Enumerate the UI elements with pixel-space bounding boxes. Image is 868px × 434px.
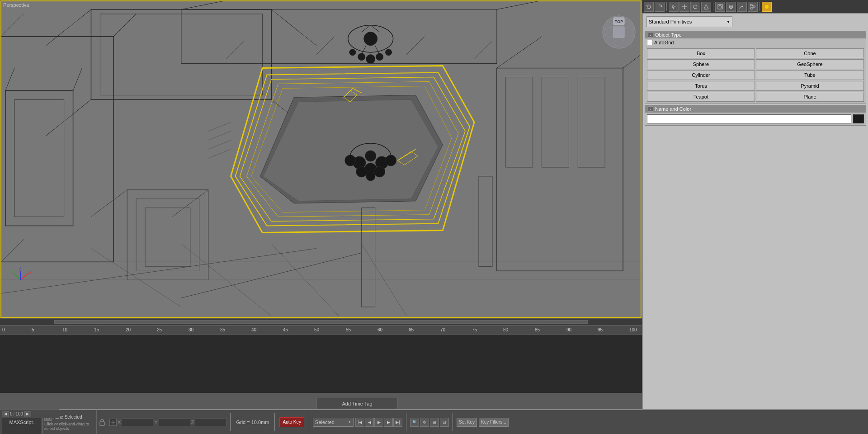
prev-key-button[interactable]: ◀	[365, 418, 374, 427]
tick-85: 85	[535, 327, 540, 332]
svg-text:Z: Z	[19, 266, 22, 270]
svg-rect-91	[613, 27, 624, 38]
key-filters-button[interactable]: Key Filters...	[479, 418, 509, 427]
svg-point-24	[358, 53, 365, 61]
timeline-track[interactable]	[0, 335, 642, 393]
coord-type-button[interactable]	[109, 419, 117, 426]
add-time-tag-label: Add Time Tag	[342, 401, 372, 406]
nav-buttons: |◀ ◀ ▶ ▶ ▶|	[355, 418, 402, 427]
color-swatch[interactable]	[853, 114, 864, 123]
viewport-gizmo[interactable]: TOP	[601, 14, 637, 50]
tick-30: 30	[189, 327, 193, 332]
toolbar-divider-1	[666, 2, 667, 11]
scale-tool-icon[interactable]	[701, 2, 711, 12]
redo-icon[interactable]	[655, 2, 665, 12]
svg-point-38	[366, 172, 375, 181]
primitives-dropdown-label: Standard Primitives	[649, 19, 692, 24]
selected-dropdown[interactable]: Selected ▼	[313, 418, 354, 427]
tube-button[interactable]: Tube	[756, 70, 864, 80]
x-coord-input[interactable]	[122, 418, 153, 426]
frame-range-section: ◀ 0 / 100 ▶	[0, 409, 59, 418]
tick-60: 60	[377, 327, 382, 332]
svg-text:X: X	[29, 270, 32, 275]
svg-marker-118	[686, 6, 687, 7]
viewport-3d[interactable]: Perspectiva	[0, 0, 642, 319]
svg-point-26	[366, 55, 375, 64]
autogrid-checkbox[interactable]	[647, 40, 652, 45]
toolbar-divider-2	[713, 2, 713, 11]
svg-point-35	[386, 155, 396, 166]
frame-range-end-nav[interactable]: ▶	[24, 411, 31, 417]
timeline-scrollbar[interactable]	[54, 320, 588, 324]
add-time-tag-button[interactable]: Add Time Tag	[316, 398, 398, 409]
coords-section: X Y Z	[108, 418, 228, 426]
tick-55: 55	[346, 327, 351, 332]
sphere-button[interactable]: Sphere	[647, 59, 755, 69]
tick-10: 10	[62, 327, 67, 332]
next-key-button[interactable]: ▶	[384, 418, 393, 427]
tick-95: 95	[598, 327, 603, 332]
move-tool-icon[interactable]	[679, 2, 689, 12]
torus-button[interactable]: Torus	[647, 81, 755, 91]
selected-section: Selected ▼ |◀ ◀ ▶ ▶ ▶|	[311, 418, 404, 427]
tick-35: 35	[220, 327, 225, 332]
y-coord-input[interactable]	[159, 418, 190, 426]
divider-3	[309, 413, 309, 431]
svg-rect-125	[750, 5, 752, 6]
svg-point-36	[356, 166, 367, 177]
svg-rect-127	[750, 8, 752, 9]
z-coord-input[interactable]	[195, 418, 226, 426]
selected-label: Selected	[315, 420, 335, 425]
auto-key-button[interactable]: Auto Key	[279, 417, 304, 427]
object-type-section: - Object Type AutoGrid Box Cone Sphere G…	[645, 31, 866, 104]
object-name-input[interactable]	[647, 114, 851, 123]
svg-point-122	[719, 5, 722, 8]
zoom-button[interactable]: 🔍	[410, 418, 419, 427]
tick-50: 50	[314, 327, 319, 332]
play-button[interactable]: ▶	[374, 418, 383, 427]
schematic-view-icon[interactable]	[748, 2, 758, 12]
y-label: Y	[154, 420, 157, 425]
svg-text:TOP: TOP	[615, 19, 623, 24]
svg-line-80	[21, 273, 28, 280]
name-color-section: - Name and Color	[645, 105, 866, 126]
svg-point-19	[364, 32, 377, 46]
frame-range-start-nav[interactable]: ◀	[2, 411, 9, 417]
cone-button[interactable]: Cone	[756, 48, 864, 58]
divider-2	[274, 413, 275, 431]
geosphere-button[interactable]: GeoSphere	[756, 59, 864, 69]
box-button[interactable]: Box	[647, 48, 755, 58]
svg-marker-120	[704, 5, 708, 9]
rp-top-row	[642, 0, 868, 14]
lock-icon[interactable]	[97, 410, 108, 434]
name-color-collapse[interactable]: -	[648, 106, 653, 112]
cylinder-button[interactable]: Cylinder	[647, 70, 755, 80]
viewport-nav-1[interactable]: ⊞	[430, 418, 439, 427]
curve-editor-icon[interactable]	[737, 2, 747, 12]
pyramid-button[interactable]: Pyramid	[756, 81, 864, 91]
prev-frame-start-button[interactable]: |◀	[355, 418, 364, 427]
render-setup-icon[interactable]	[715, 2, 725, 12]
viewport-nav-2[interactable]: ⊡	[440, 418, 449, 427]
svg-point-37	[374, 166, 385, 177]
plane-button[interactable]: Plane	[756, 92, 864, 102]
select-tool-icon[interactable]	[669, 2, 679, 12]
material-editor-icon[interactable]	[726, 2, 736, 12]
name-color-header: - Name and Color	[645, 105, 866, 113]
tick-100: 100	[629, 327, 637, 332]
set-key-button[interactable]: Set Key	[457, 418, 477, 427]
primitives-dropdown[interactable]: Standard Primitives ▼	[646, 16, 732, 27]
tick-15: 15	[94, 327, 99, 332]
object-type-header: - Object Type	[645, 31, 866, 38]
active-viewport-icon[interactable]	[762, 2, 772, 12]
rotate-tool-icon[interactable]	[690, 2, 700, 12]
undo-icon[interactable]	[644, 2, 654, 12]
object-type-collapse[interactable]: -	[648, 32, 653, 38]
frame-current: 0	[10, 411, 13, 416]
pan-button[interactable]: ✥	[420, 418, 429, 427]
grid-section: Grid = 10.0mm	[232, 420, 273, 425]
teapot-button[interactable]: Teapot	[647, 92, 755, 102]
tick-70: 70	[440, 327, 445, 332]
next-frame-end-button[interactable]: ▶|	[393, 418, 402, 427]
axis-indicator: X Y Z	[9, 264, 28, 282]
